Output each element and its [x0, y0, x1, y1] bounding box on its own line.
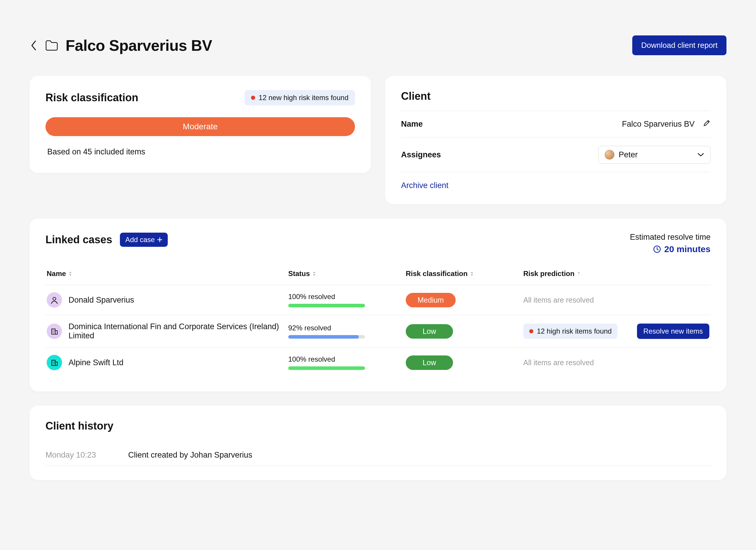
client-history-body: Monday 10:23Client created by Johan Spar… [45, 445, 711, 466]
risk-alert-text: 12 new high risk items found [259, 94, 348, 102]
case-risk-cell: Medium [406, 293, 517, 307]
case-name: Dominica International Fin and Corporate… [69, 322, 282, 340]
client-assignees-row: Assignees Peter [401, 138, 711, 172]
column-status[interactable]: Status [288, 270, 400, 278]
linked-header-right: Estimated resolve time 20 minutes [630, 233, 711, 254]
clock-icon [653, 245, 661, 253]
column-name[interactable]: Name [47, 270, 282, 278]
table-row[interactable]: Donald Sparverius100% resolvedMediumAll … [45, 285, 711, 315]
case-prediction-cell: 12 high risk items foundResolve new item… [523, 323, 709, 339]
building-icon [47, 323, 62, 339]
page-header-left: Falco Sparverius BV [30, 37, 212, 54]
svg-rect-5 [55, 362, 57, 365]
linked-cases-card: Linked cases Add case Estimated resolve … [30, 219, 726, 391]
pencil-icon [703, 119, 711, 127]
linked-header: Linked cases Add case Estimated resolve … [45, 233, 711, 254]
linked-cases-title: Linked cases [45, 234, 112, 246]
risk-note: Based on 45 included items [45, 147, 355, 157]
sort-icon [68, 271, 72, 276]
client-name-label: Name [401, 120, 423, 129]
table-row[interactable]: Alpine Swift Ltd100% resolvedLowAll item… [45, 348, 711, 377]
history-text: Client created by Johan Sparverius [128, 450, 252, 460]
case-risk-cell: Low [406, 324, 517, 338]
client-history-title: Client history [45, 420, 711, 432]
case-name-cell: Alpine Swift Ltd [47, 355, 282, 370]
case-name: Alpine Swift Ltd [69, 358, 123, 367]
progress-fill [288, 304, 365, 307]
prediction-resolved-text: All items are resolved [523, 296, 594, 304]
column-name-label: Name [47, 270, 66, 278]
prediction-resolved-text: All items are resolved [523, 358, 594, 367]
risk-title: Risk classification [45, 92, 138, 104]
page-title: Falco Sparverius BV [66, 37, 212, 54]
case-status-text: 100% resolved [288, 355, 400, 363]
prediction-alert-text: 12 high risk items found [537, 327, 612, 335]
progress-fill [288, 366, 365, 370]
svg-rect-2 [52, 329, 55, 334]
case-status-cell: 100% resolved [288, 355, 400, 370]
case-prediction-cell: All items are resolved [523, 296, 709, 304]
chevron-down-icon [697, 153, 704, 157]
top-grid: Risk classification 12 new high risk ite… [30, 76, 726, 204]
sort-icon [470, 271, 474, 276]
alert-dot-icon [251, 96, 255, 100]
resolve-items-button[interactable]: Resolve new items [637, 323, 709, 339]
assignee-select[interactable]: Peter [598, 146, 711, 164]
svg-rect-4 [52, 360, 55, 365]
svg-rect-3 [55, 331, 57, 334]
linked-table-head: Name Status Risk classification Risk pre… [45, 270, 711, 285]
back-button[interactable] [30, 41, 38, 50]
client-card: Client Name Falco Sparverius BV Assignee… [385, 76, 726, 204]
risk-header: Risk classification 12 new high risk ite… [45, 90, 355, 105]
risk-alert-badge: 12 new high risk items found [245, 90, 355, 105]
risk-pill: Low [406, 355, 453, 370]
edit-name-button[interactable] [703, 119, 711, 129]
svg-point-1 [53, 297, 56, 300]
building-icon [47, 355, 62, 370]
assignee-name: Peter [619, 150, 638, 160]
chevron-left-icon [30, 40, 37, 51]
download-report-button[interactable]: Download client report [632, 35, 726, 55]
alert-dot-icon [529, 329, 533, 333]
progress-bar [288, 366, 365, 370]
case-status-cell: 100% resolved [288, 292, 400, 307]
estimated-value: 20 minutes [664, 244, 711, 254]
case-name-cell: Dominica International Fin and Corporate… [47, 322, 282, 340]
linked-header-left: Linked cases Add case [45, 233, 168, 247]
page-header: Falco Sparverius BV Download client repo… [30, 35, 726, 55]
risk-level-bar: Moderate [45, 117, 355, 136]
progress-bar [288, 335, 365, 338]
sort-icon [312, 271, 316, 276]
progress-bar [288, 304, 365, 307]
prediction-alert-badge: 12 high risk items found [523, 323, 617, 339]
column-prediction[interactable]: Risk prediction [523, 270, 709, 278]
linked-table-body: Donald Sparverius100% resolvedMediumAll … [45, 285, 711, 377]
client-assignees-label: Assignees [401, 150, 441, 160]
client-card-title: Client [401, 90, 711, 111]
case-name: Donald Sparverius [69, 295, 134, 305]
client-history-card: Client history Monday 10:23Client create… [30, 406, 726, 480]
column-risk-label: Risk classification [406, 270, 467, 278]
client-name-row: Name Falco Sparverius BV [401, 111, 711, 138]
case-status-text: 100% resolved [288, 292, 400, 301]
add-case-label: Add case [125, 236, 155, 244]
risk-classification-card: Risk classification 12 new high risk ite… [30, 76, 371, 173]
column-prediction-label: Risk prediction [523, 270, 574, 278]
estimated-value-wrap: 20 minutes [630, 244, 711, 254]
estimated-label: Estimated resolve time [630, 233, 711, 242]
table-row[interactable]: Dominica International Fin and Corporate… [45, 315, 711, 348]
risk-pill: Low [406, 324, 453, 338]
assignee-selected: Peter [605, 150, 638, 160]
column-risk[interactable]: Risk classification [406, 270, 517, 278]
progress-fill [288, 335, 359, 338]
sort-icon [577, 271, 581, 276]
client-name-value-wrap: Falco Sparverius BV [622, 119, 711, 129]
history-row: Monday 10:23Client created by Johan Spar… [45, 445, 711, 466]
person-icon [47, 292, 62, 307]
case-status-cell: 92% resolved [288, 324, 400, 338]
add-case-button[interactable]: Add case [120, 233, 168, 247]
column-status-label: Status [288, 270, 310, 278]
archive-client-link[interactable]: Archive client [401, 172, 449, 190]
case-prediction-cell: All items are resolved [523, 358, 709, 367]
case-risk-cell: Low [406, 355, 517, 370]
